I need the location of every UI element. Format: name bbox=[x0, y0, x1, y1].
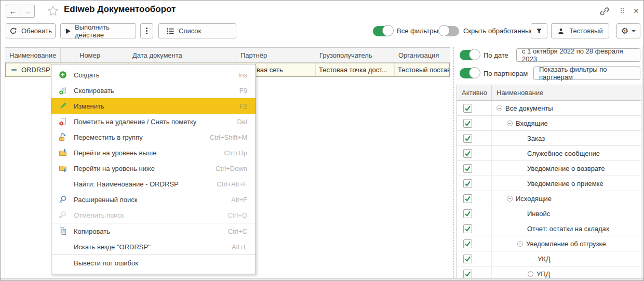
doc-type-row[interactable]: Исходящие bbox=[457, 191, 641, 206]
menu-item[interactable]: СкопироватьF9 bbox=[51, 83, 256, 98]
refresh-button[interactable]: Обновить bbox=[6, 23, 56, 38]
menu-item-label: Перейти на уровень ниже bbox=[74, 165, 155, 172]
right-splitter[interactable] bbox=[642, 47, 642, 278]
menu-item-label: Перейти на уровень выше bbox=[74, 149, 156, 157]
doc-type-row[interactable]: Уведомление о приемке bbox=[457, 176, 641, 191]
funnel-icon bbox=[535, 28, 543, 35]
collapse-icon[interactable] bbox=[528, 271, 533, 277]
doc-type-label: Уведомление о приемке bbox=[527, 180, 603, 188]
menu-item[interactable]: ИзменитьF2 bbox=[51, 98, 256, 114]
hide-processed-label: Скрыть обработанные bbox=[463, 27, 533, 35]
gear-icon: ⚙ bbox=[621, 27, 628, 35]
by-date-toggle[interactable] bbox=[460, 50, 479, 60]
checkbox-checked[interactable] bbox=[463, 209, 472, 218]
window-menu-icon[interactable] bbox=[621, 8, 624, 13]
by-date-label: По дате bbox=[484, 51, 508, 59]
doc-type-label: Заказ bbox=[527, 135, 545, 142]
doc-type-label: Все документы bbox=[505, 104, 553, 112]
column-header[interactable]: Организация bbox=[394, 48, 450, 62]
doc-type-row[interactable]: Все документы bbox=[457, 101, 641, 116]
by-partners-toggle[interactable] bbox=[460, 68, 479, 78]
checkbox-checked[interactable] bbox=[463, 119, 472, 128]
menu-item-label: Расширенный поиск bbox=[74, 196, 137, 204]
column-header[interactable]: Наименование↑ bbox=[5, 48, 61, 62]
doc-type-label: Уведомление о возврате bbox=[527, 165, 605, 172]
doc-type-row[interactable]: УПД bbox=[457, 266, 641, 279]
doc-type-row[interactable]: Инвойс bbox=[457, 206, 641, 221]
pencil-icon bbox=[59, 102, 67, 110]
doc-type-row[interactable]: Заказ bbox=[457, 131, 641, 146]
doc-type-row[interactable]: УКД bbox=[457, 251, 641, 266]
menu-item-label: Копировать bbox=[74, 228, 110, 235]
checkbox-checked[interactable] bbox=[463, 164, 472, 173]
doc-type-row[interactable]: Входящие bbox=[457, 116, 641, 131]
all-filters-toggle[interactable] bbox=[373, 26, 393, 36]
menu-item[interactable]: Перейти на уровень вышеCtrl+Up bbox=[51, 145, 256, 160]
menu-item[interactable]: Вывести лог ошибок bbox=[51, 255, 256, 271]
menu-item-label: Отменить поиск bbox=[74, 211, 124, 219]
close-icon[interactable]: ✕ bbox=[633, 7, 639, 15]
menu-item[interactable]: Найти: Наименование - ORDRSPCtrl+Alt+F bbox=[51, 176, 256, 192]
search-advanced-icon bbox=[59, 195, 67, 204]
copy-new-icon bbox=[59, 86, 67, 95]
menu-item[interactable]: СоздатьIns bbox=[51, 67, 256, 83]
checkbox-checked[interactable] bbox=[463, 104, 472, 113]
nav-forward-button[interactable]: → bbox=[20, 5, 35, 18]
execute-action-button[interactable]: Выполнить действие bbox=[60, 23, 136, 38]
checkbox-checked[interactable] bbox=[463, 224, 472, 233]
menu-item-shortcut: Alt+F bbox=[224, 196, 247, 204]
list-button[interactable]: Список bbox=[158, 23, 236, 38]
doc-type-row[interactable]: Уведомление о возврате bbox=[457, 161, 641, 176]
collapse-icon[interactable] bbox=[507, 196, 513, 202]
splitter[interactable] bbox=[453, 47, 454, 278]
menu-item-label: Изменить bbox=[74, 102, 104, 110]
menu-item[interactable]: Расширенный поискAlt+F bbox=[51, 192, 256, 207]
checkbox-checked[interactable] bbox=[463, 255, 472, 263]
page-title: Ediweb Документооборот bbox=[64, 4, 176, 15]
doc-type-label: Отчет: остатки на складах bbox=[527, 225, 609, 233]
doc-type-row[interactable]: Отчет: остатки на складах bbox=[457, 221, 641, 236]
doc-type-label: УПД bbox=[536, 270, 550, 278]
group-dash-icon bbox=[11, 69, 17, 71]
date-range-button[interactable]: с 1 октября 2022 по 28 февраля 2023 bbox=[516, 48, 640, 62]
checkbox-checked[interactable] bbox=[463, 239, 472, 248]
checkbox-checked[interactable] bbox=[463, 194, 472, 203]
checkbox-checked[interactable] bbox=[463, 149, 472, 158]
checkbox-checked[interactable] bbox=[463, 134, 472, 143]
checkbox-checked[interactable] bbox=[463, 179, 472, 188]
menu-item: Отменить поискCtrl+Q bbox=[51, 207, 256, 223]
doc-type-row[interactable]: Уведомление об отгрузке bbox=[457, 236, 641, 251]
column-header[interactable]: Номер bbox=[75, 48, 128, 62]
menu-item-shortcut: Ctrl+Shift+M bbox=[203, 133, 247, 141]
menu-item[interactable]: Пометить на удаление / Снять пометкуDel bbox=[51, 114, 256, 129]
column-header[interactable]: Дата документа bbox=[128, 48, 236, 62]
menu-item[interactable]: Перейти на уровень нижеCtrl+Down bbox=[51, 160, 256, 176]
column-header[interactable] bbox=[61, 48, 75, 62]
nav-button-group: ← → bbox=[6, 5, 35, 18]
hide-processed-control: Скрыть обработанные bbox=[439, 23, 533, 38]
menu-item[interactable]: Искать везде "ORDRSP"Alt+L bbox=[51, 239, 256, 255]
menu-item-label: Найти: Наименование - ORDRSP bbox=[74, 180, 179, 188]
favorite-star-icon[interactable] bbox=[47, 5, 59, 18]
context-menu: СоздатьInsСкопироватьF9ИзменитьF2Пометит… bbox=[51, 64, 256, 274]
column-header[interactable]: Грузополучатель bbox=[315, 48, 394, 62]
column-header[interactable]: Партнёр bbox=[236, 48, 315, 62]
doc-type-label: Служебное сообщение bbox=[527, 150, 600, 157]
checkbox-checked[interactable] bbox=[463, 270, 472, 278]
by-date-filter: По дате с 1 октября 2022 по 28 февраля 2… bbox=[460, 48, 640, 62]
collapse-icon[interactable] bbox=[497, 105, 502, 111]
menu-item-shortcut: Ctrl+Up bbox=[217, 149, 247, 157]
menu-item[interactable]: Переместить в группуCtrl+Shift+M bbox=[51, 129, 256, 145]
hide-processed-toggle[interactable] bbox=[439, 26, 459, 36]
collapse-icon[interactable] bbox=[507, 121, 513, 126]
filter-button[interactable] bbox=[531, 23, 547, 38]
more-actions-button[interactable] bbox=[140, 23, 153, 38]
doc-type-row[interactable]: Служебное сообщение bbox=[457, 146, 641, 161]
settings-button[interactable]: ⚙ bbox=[616, 23, 640, 38]
menu-item[interactable]: КопироватьCtrl+C bbox=[51, 223, 256, 239]
collapse-icon[interactable] bbox=[517, 241, 523, 247]
link-icon[interactable] bbox=[599, 7, 610, 16]
nav-back-button[interactable]: ← bbox=[6, 5, 20, 18]
partner-filters-button[interactable]: Показать фильтры по партнерам bbox=[533, 66, 640, 80]
user-button[interactable]: Тестоввый bbox=[551, 23, 609, 38]
